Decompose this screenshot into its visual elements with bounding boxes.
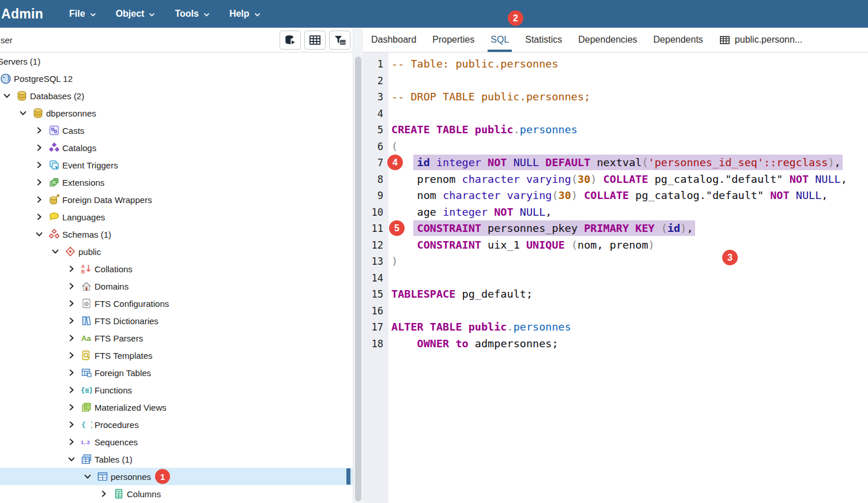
sql-code-area[interactable]: -- Table: public.personnes-- DROP TABLE … — [388, 52, 868, 503]
tree-item-label: PostgreSQL 12 — [14, 74, 73, 84]
chevron-down-icon — [149, 12, 155, 17]
menu-object[interactable]: Object — [106, 0, 165, 28]
tree-item-fts-configurations[interactable]: FTS Configurations — [0, 295, 353, 312]
chevron-right-icon[interactable] — [67, 334, 81, 342]
line-number: 13 — [363, 253, 388, 270]
chevron-down-icon[interactable] — [67, 455, 81, 463]
tree-item-postgresql-12[interactable]: PostgreSQL 12 — [0, 70, 353, 87]
chevron-right-icon[interactable] — [67, 403, 81, 411]
tree-item-tables-1[interactable]: Tables (1) — [0, 451, 353, 468]
query-tool-button[interactable] — [304, 31, 326, 50]
browser-panel: ser Servers (1)PostgreSQL 12Databases (2… — [0, 28, 353, 503]
database-icon — [16, 90, 29, 102]
tree-item-domains[interactable]: Domains — [0, 277, 353, 295]
tree-item-foreign-data-wrappers[interactable]: Foreign Data Wrappers — [0, 191, 353, 208]
line-number: 11 — [363, 220, 388, 237]
tree-item-public[interactable]: public — [0, 243, 353, 260]
chevron-right-icon[interactable] — [100, 490, 113, 498]
app-logo: Admin — [0, 6, 43, 22]
chevron-right-icon[interactable] — [35, 161, 48, 169]
chevron-down-icon[interactable] — [3, 92, 16, 100]
chevron-down-icon[interactable] — [51, 247, 65, 256]
tree-item-fts-dictionaries[interactable]: FTS Dictionaries — [0, 312, 353, 329]
chevron-right-icon[interactable] — [67, 351, 81, 359]
browser-toolbar — [276, 31, 350, 50]
chevron-down-icon[interactable] — [19, 109, 32, 117]
tree-item-label: Servers (1) — [0, 57, 40, 66]
chevron-right-icon[interactable] — [35, 213, 48, 221]
languages-icon — [48, 211, 61, 223]
procedures-icon: { } — [81, 419, 93, 430]
tree-item-label: FTS Dictionaries — [95, 316, 158, 326]
menu-file[interactable]: File — [59, 0, 106, 28]
tab-properties[interactable]: Properties — [424, 28, 482, 52]
chevron-right-icon[interactable] — [35, 178, 48, 186]
chevron-right-icon[interactable] — [67, 282, 81, 290]
tree-item-label: Schemas (1) — [62, 230, 111, 239]
menu-help[interactable]: Help — [220, 0, 270, 28]
filter-table-icon — [333, 33, 346, 47]
tree-item-label: FTS Templates — [95, 351, 153, 361]
chevron-right-icon[interactable] — [35, 144, 48, 152]
tree-item-dbpersonnes[interactable]: dbpersonnes — [0, 104, 353, 122]
tab-dashboard[interactable]: Dashboard — [363, 28, 424, 52]
tree-item-event-triggers[interactable]: Event Triggers — [0, 156, 353, 174]
callout-badge-2: 2 — [508, 10, 523, 26]
tab-sql[interactable]: SQL — [482, 28, 517, 52]
chevron-down-icon — [254, 12, 261, 17]
tab-dependencies[interactable]: Dependencies — [570, 28, 645, 52]
chevron-right-icon[interactable] — [35, 196, 48, 204]
tree-item-servers-1[interactable]: Servers (1) — [0, 52, 353, 70]
chevron-right-icon[interactable] — [67, 369, 81, 377]
chevron-down-icon[interactable] — [35, 230, 48, 238]
chevron-right-icon[interactable] — [67, 265, 81, 273]
tree-item-personnes[interactable]: personnes1 — [0, 468, 353, 485]
tree-scrollbar-thumb[interactable] — [355, 57, 361, 501]
code-line-17: ALTER TABLE public.personnes — [391, 319, 868, 336]
chevron-right-icon[interactable] — [35, 126, 48, 134]
code-line-5: CREATE TABLE public.personnes — [391, 122, 868, 138]
menu-tools[interactable]: Tools — [165, 0, 219, 28]
tree-item-materialized-views[interactable]: Materialized Views — [0, 399, 353, 416]
tree-scrollbar — [353, 28, 363, 503]
view-data-button[interactable] — [280, 31, 301, 50]
line-number: 12 — [363, 237, 388, 254]
schema-icon — [65, 246, 77, 257]
tree-item-label: Collations — [95, 264, 133, 274]
tree-item-casts[interactable]: Casts — [0, 122, 353, 139]
tree-item-schemas-1[interactable]: Schemas (1) — [0, 226, 353, 243]
tab-statistics[interactable]: Statistics — [517, 28, 570, 52]
filtered-rows-button[interactable] — [329, 31, 350, 50]
tree-item-extensions[interactable]: Extensions — [0, 174, 353, 191]
tree-item-procedures[interactable]: { }Procedures — [0, 416, 353, 433]
tree-item-collations[interactable]: ABCollations — [0, 260, 353, 277]
tree-item-label: FTS Parsers — [95, 333, 143, 343]
tab-public-personn[interactable]: public.personn... — [711, 28, 810, 52]
tab-dependents[interactable]: Dependents — [646, 28, 711, 52]
chevron-right-icon[interactable] — [67, 317, 81, 325]
tab-bar: DashboardPropertiesSQLStatisticsDependen… — [363, 28, 868, 52]
chevron-right-icon[interactable] — [67, 386, 81, 394]
chevron-right-icon[interactable] — [67, 299, 81, 307]
line-number: 6 — [363, 138, 388, 155]
tree-item-columns[interactable]: Columns — [0, 485, 353, 502]
sql-editor[interactable]: 123456789101112131415161718 -- Table: pu… — [363, 52, 868, 503]
tree-item-databases-2[interactable]: Databases (2) — [0, 87, 353, 104]
tree-item-languages[interactable]: Languages — [0, 208, 353, 226]
tree-item-sequences[interactable]: 1..3Sequences — [0, 433, 353, 451]
chevron-down-icon[interactable] — [84, 472, 97, 481]
tree-item-fts-parsers[interactable]: AaFTS Parsers — [0, 329, 353, 347]
chevron-right-icon[interactable] — [67, 438, 81, 446]
tree-item-fts-templates[interactable]: FTS Templates — [0, 347, 353, 364]
chevron-right-icon[interactable] — [67, 421, 81, 429]
callout-badge-5: 5 — [389, 220, 405, 236]
code-line-13: ) — [391, 253, 868, 270]
tree-item-foreign-tables[interactable]: Foreign Tables — [0, 364, 353, 381]
tab-label: Dashboard — [371, 35, 416, 45]
code-line-11: CONSTRAINT personnes_pkey PRIMARY KEY (i… — [391, 220, 868, 237]
svg-text:B: B — [81, 269, 85, 275]
tree-item-catalogs[interactable]: Catalogs — [0, 139, 353, 156]
tree-item-functions[interactable]: {≡}Functions — [0, 381, 353, 399]
browser-panel-title: ser — [0, 35, 276, 45]
tree-item-label: Columns — [127, 489, 161, 499]
